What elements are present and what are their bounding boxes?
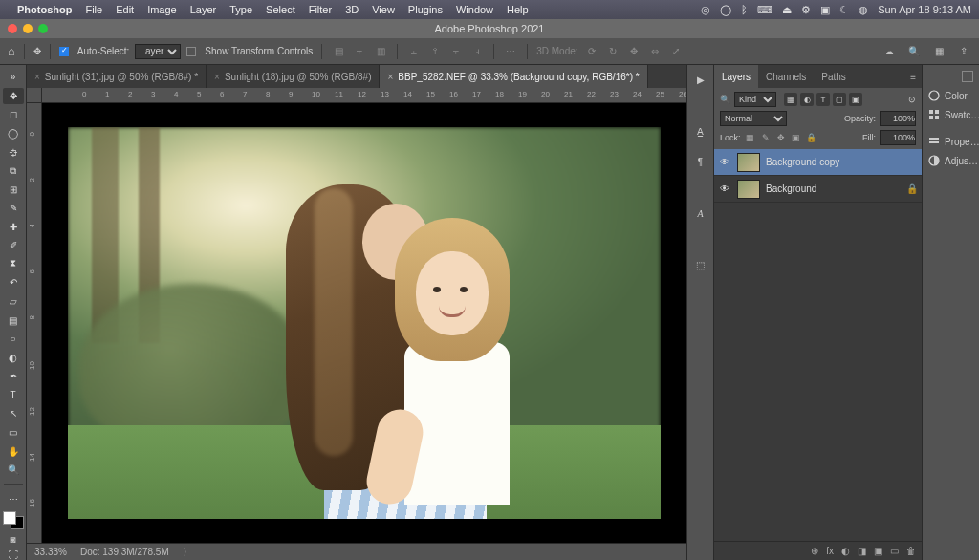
document-tab[interactable]: ×BBP_5282.NEF @ 33.3% (Background copy, … [380, 65, 647, 88]
more-align-icon[interactable]: ⋯ [503, 44, 518, 59]
ruler-origin[interactable] [27, 88, 42, 103]
blend-mode[interactable]: Normal [720, 111, 787, 126]
clock[interactable]: Sun Apr 18 9:13 AM [878, 4, 971, 15]
workspace-icon[interactable]: ▦ [931, 44, 946, 59]
minimize-button[interactable] [23, 24, 33, 33]
distribute-top-icon[interactable]: ⫠ [406, 44, 422, 59]
delete-layer-icon[interactable]: 🗑 [906, 546, 916, 556]
dodge-tool[interactable]: ◐ [3, 349, 24, 366]
layer-row[interactable]: 👁 Background 🔒 [714, 176, 922, 203]
layer-thumbnail[interactable] [737, 153, 760, 172]
menu-view[interactable]: View [372, 4, 395, 15]
lock-artboard-icon[interactable]: ▣ [791, 132, 802, 143]
layer-mask-icon[interactable]: ◐ [841, 546, 850, 556]
status-icon[interactable]: ⚙ [801, 4, 811, 16]
zoom-value[interactable]: 33.33% [34, 547, 67, 557]
visibility-icon[interactable]: 👁 [718, 183, 731, 194]
selection-tool[interactable]: ⯐ [3, 143, 24, 161]
filter-search-icon[interactable]: 🔍 [720, 95, 730, 104]
group-layers-icon[interactable]: ▣ [874, 546, 882, 556]
filter-type-icon[interactable]: T [816, 93, 830, 106]
frame-tool[interactable]: ⊞ [3, 181, 24, 198]
align-left-icon[interactable]: ▤ [331, 44, 346, 59]
edit-toolbar[interactable]: ⋯ [3, 490, 24, 507]
swatches-panel[interactable]: Swatc… [923, 105, 979, 124]
color-panel[interactable]: Color [923, 86, 979, 105]
align-right-icon[interactable]: ▥ [373, 44, 388, 59]
cloud-icon[interactable]: ☁ [881, 44, 897, 59]
status-menu-icon[interactable]: 〉 [183, 546, 192, 559]
distribute-left-icon[interactable]: ⫞ [469, 44, 485, 59]
lock-transparency-icon[interactable]: ▦ [745, 132, 756, 143]
3d-panel-icon[interactable]: ⬚ [692, 256, 709, 273]
hand-tool[interactable]: ✋ [3, 442, 24, 460]
status-icon[interactable]: ᛒ [741, 4, 748, 15]
new-layer-icon[interactable]: ▭ [890, 546, 899, 556]
move-tool[interactable]: ✥ [3, 88, 24, 105]
maximize-button[interactable] [38, 24, 48, 33]
close-tab-icon[interactable]: × [34, 72, 40, 82]
share-icon[interactable]: ⇪ [956, 44, 971, 59]
layer-filter-kind[interactable]: Kind [734, 92, 776, 107]
glyphs-panel-icon[interactable]: A [692, 205, 709, 222]
filter-toggle[interactable]: ⊙ [908, 95, 916, 104]
distribute-vcenter-icon[interactable]: ⫯ [427, 44, 443, 59]
menu-filter[interactable]: Filter [309, 4, 332, 15]
status-icon[interactable]: ◯ [720, 4, 731, 16]
close-tab-icon[interactable]: × [214, 72, 220, 82]
properties-panel[interactable]: Prope… [923, 132, 979, 151]
stamp-tool[interactable]: ⧗ [3, 256, 24, 273]
layer-fx-icon[interactable]: fx [826, 546, 834, 556]
menu-edit[interactable]: Edit [116, 4, 134, 15]
layer-name[interactable]: Background [766, 183, 816, 194]
ruler-horizontal[interactable]: 0123456789101112131415161718192021222324… [27, 88, 686, 103]
quickmask-icon[interactable]: ◙ [7, 534, 20, 545]
adjustments-panel[interactable]: Adjus… [923, 151, 979, 170]
menu-plugins[interactable]: Plugins [408, 4, 443, 15]
tab-channels[interactable]: Channels [758, 65, 814, 88]
lock-all-icon[interactable]: 🔒 [806, 132, 817, 143]
lock-pixels-icon[interactable]: ✎ [760, 132, 772, 143]
paragraph-panel-icon[interactable]: ¶ [692, 153, 709, 170]
toolbar-toggle[interactable]: » [3, 69, 24, 86]
menu-type[interactable]: Type [229, 4, 252, 15]
layer-row[interactable]: 👁 Background copy [714, 149, 922, 176]
path-tool[interactable]: ↖ [3, 405, 24, 422]
status-icon[interactable]: ▣ [820, 4, 830, 16]
show-transform-checkbox[interactable] [186, 46, 199, 56]
eraser-tool[interactable]: ▱ [3, 293, 24, 311]
close-button[interactable] [8, 24, 17, 33]
distribute-bottom-icon[interactable]: ⫟ [448, 44, 464, 59]
layer-thumbnail[interactable] [737, 180, 760, 199]
character-panel-icon[interactable]: A̲ [692, 122, 709, 140]
adjustment-layer-icon[interactable]: ◨ [858, 546, 866, 556]
lock-position-icon[interactable]: ✥ [775, 132, 787, 143]
close-tab-icon[interactable]: × [387, 72, 393, 82]
history-brush-tool[interactable]: ↶ [3, 274, 24, 291]
menu-select[interactable]: Select [266, 4, 295, 15]
heal-tool[interactable]: ✚ [3, 219, 24, 236]
search-icon[interactable]: 🔍 [906, 44, 922, 59]
lock-icon[interactable]: 🔒 [906, 183, 918, 194]
filter-pixel-icon[interactable]: ▦ [784, 93, 797, 106]
menu-window[interactable]: Window [456, 4, 493, 15]
status-icon[interactable]: ◍ [859, 4, 868, 16]
app-menu[interactable]: Photoshop [17, 4, 72, 15]
status-icon[interactable]: ☾ [839, 4, 849, 16]
foreground-color[interactable] [3, 511, 16, 525]
canvas[interactable] [42, 103, 686, 543]
document-tab[interactable]: ×Sunlight (18).jpg @ 50% (RGB/8#) [207, 65, 380, 88]
menu-3d[interactable]: 3D [345, 4, 359, 15]
status-icon[interactable]: ⏏ [782, 4, 792, 16]
color-swatches[interactable] [3, 511, 24, 529]
brush-tool[interactable]: ✐ [3, 237, 24, 254]
auto-select-checkbox[interactable] [59, 46, 72, 56]
auto-select-target[interactable]: Layer [135, 44, 181, 59]
opacity-value[interactable] [880, 111, 916, 126]
doc-size[interactable]: Doc: 139.3M/278.5M [80, 547, 169, 557]
crop-tool[interactable]: ⧉ [3, 162, 24, 180]
menu-image[interactable]: Image [147, 4, 177, 15]
menu-file[interactable]: File [85, 4, 102, 15]
eyedropper-tool[interactable]: ✎ [3, 200, 24, 217]
play-action-icon[interactable]: ▶ [692, 71, 709, 88]
